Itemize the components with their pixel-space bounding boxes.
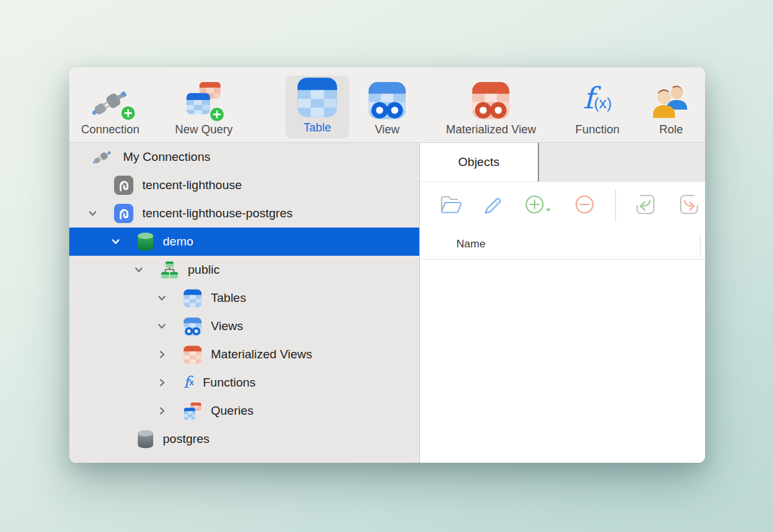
toolbar-label: Role [659, 123, 683, 137]
main-toolbar: Connection [69, 67, 705, 143]
postgres-elephant-gray-icon [114, 176, 133, 195]
chevron-down-icon[interactable] [154, 321, 169, 331]
toolbar-button-table[interactable]: Table [285, 76, 349, 138]
tab-bar: Objects [420, 143, 705, 182]
objects-toolbar [420, 182, 705, 229]
toolbar-button-role[interactable]: Role [651, 75, 692, 137]
column-divider [700, 235, 701, 254]
tree-item-postgres[interactable]: postgres [69, 425, 419, 453]
tables-icon [183, 289, 202, 308]
chevron-down-icon[interactable] [154, 293, 169, 303]
materialized-view-icon [472, 81, 510, 122]
toolbar-button-connection[interactable]: Connection [81, 75, 139, 137]
tab-label: Objects [458, 155, 499, 169]
column-header-label: Name [456, 238, 485, 251]
tree-item-label: demo [163, 235, 194, 249]
tree-item-label: Views [211, 319, 243, 333]
toolbar-label: Table [303, 121, 331, 135]
tree-item-tencent-lighthouse-postgres[interactable]: tencent-lighthouse-postgres [69, 199, 419, 228]
plug-icon [91, 148, 114, 166]
column-header-name[interactable]: Name [420, 229, 705, 260]
view-icon [368, 81, 406, 122]
tree-item-tables[interactable]: Tables [69, 284, 419, 312]
tree-item-label: public [188, 263, 220, 277]
tree-item-label: Materialized Views [211, 347, 312, 362]
tree-item-label: postgres [163, 432, 210, 446]
toolbar-label: New Query [175, 123, 233, 137]
objects-list-empty[interactable] [420, 260, 705, 463]
import-arrow-icon [632, 191, 659, 220]
tab-bar-empty [539, 143, 705, 181]
connection-tree: My Connections tencent-lighthouse [69, 143, 420, 463]
tree-item-label: tencent-lighthouse-postgres [142, 206, 292, 220]
import-wizard-button[interactable] [632, 191, 659, 220]
toolbar-label: Connection [81, 123, 139, 137]
export-wizard-button[interactable] [676, 191, 702, 220]
new-object-button[interactable] [524, 193, 554, 219]
tree-item-public[interactable]: public [69, 256, 419, 284]
toolbar-button-new-query[interactable]: New Query [175, 75, 233, 137]
chevron-right-icon[interactable] [154, 378, 169, 388]
toolbar-divider [615, 190, 616, 222]
tree-item-materialized-views[interactable]: Materialized Views [69, 340, 419, 369]
tree-item-label: My Connections [123, 150, 210, 164]
toolbar-button-view[interactable]: View [368, 75, 406, 137]
chevron-right-icon[interactable] [154, 406, 169, 416]
tab-objects[interactable]: Objects [420, 143, 539, 181]
tree-item-label: Queries [211, 404, 254, 418]
chevron-down-icon[interactable] [85, 208, 100, 219]
export-arrow-icon [676, 191, 702, 220]
toolbar-label: Function [575, 123, 619, 137]
app-window: Connection [69, 67, 705, 463]
chevron-down-icon[interactable] [108, 237, 123, 247]
views-icon [183, 317, 202, 336]
functions-fx-icon: fx [183, 374, 194, 392]
plus-circle-icon [524, 193, 554, 219]
open-table-button[interactable] [439, 194, 463, 217]
function-fx-icon: f(x) [583, 79, 611, 122]
add-badge-icon [210, 108, 224, 121]
toolbar-button-materialized-view[interactable]: Materialized View [446, 75, 536, 137]
database-green-icon [137, 232, 154, 251]
tree-item-demo[interactable]: demo [69, 228, 419, 256]
tree-item-functions[interactable]: fx Functions [69, 369, 419, 397]
delete-object-button[interactable] [573, 193, 596, 219]
queries-icon [183, 402, 202, 420]
role-users-icon [651, 83, 692, 122]
table-icon [297, 77, 338, 121]
objects-panel: Objects [420, 143, 705, 463]
materialized-views-icon [183, 345, 202, 364]
schema-icon [160, 261, 179, 279]
tree-item-label: tencent-lighthouse [142, 178, 242, 192]
design-table-button[interactable] [482, 193, 505, 219]
chevron-right-icon[interactable] [154, 349, 169, 360]
minus-circle-icon [573, 193, 596, 219]
tree-item-label: Tables [211, 291, 246, 305]
open-folder-icon [439, 194, 463, 217]
toolbar-label: View [375, 123, 400, 137]
chevron-down-icon[interactable] [131, 265, 146, 275]
add-badge-icon [121, 106, 135, 120]
toolbar-button-function[interactable]: f(x) Function [575, 75, 619, 137]
tree-item-my-connections[interactable]: My Connections [69, 143, 419, 171]
tree-item-queries[interactable]: Queries [69, 397, 419, 425]
tree-item-label: Functions [203, 376, 256, 390]
tree-item-tencent-lighthouse[interactable]: tencent-lighthouse [69, 171, 419, 199]
toolbar-label: Materialized View [446, 123, 536, 137]
pencil-icon [482, 193, 505, 219]
database-gray-icon [137, 429, 154, 449]
postgres-elephant-blue-icon [114, 204, 133, 223]
tree-item-views[interactable]: Views [69, 312, 419, 340]
